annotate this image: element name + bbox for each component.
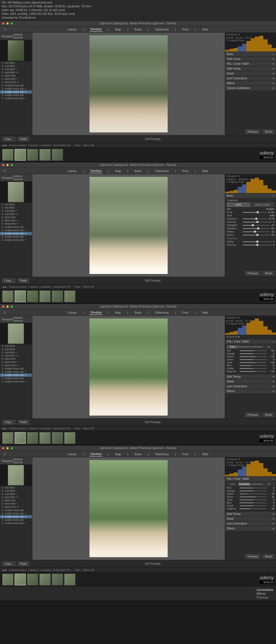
preset-item-2[interactable]: C- Kodak Portra 400 [0,235,32,238]
whites-thumb[interactable] [254,231,256,233]
tone-curve-header-1[interactable]: Tone Curve ▶ [225,57,276,61]
preset-item-2[interactable]: C- Kodak Portra 160 [0,225,32,229]
preset-item[interactable]: C- Kodak Portra 160 [0,84,32,87]
previous-btn-2[interactable]: Previous [245,271,260,276]
filmstrip-thumb-3[interactable] [2,432,13,444]
preset-item-3[interactable]: C- Fuji 800Z + [0,351,32,354]
filmstrip-thumb-4[interactable] [27,574,38,585]
tool-icon-3[interactable]: ⊕ ⊕ ⊕ ⊕ ⊕ [227,335,240,338]
hsl-tab-lum-4[interactable]: Luminance [250,482,263,486]
preset-item-3[interactable]: C- Fuji 800Z [0,344,32,348]
menu-book-2[interactable]: Book [134,169,143,173]
preset-item-2[interactable]: C- Kodak Portra 160 + [0,229,32,232]
shadows-thumb[interactable] [257,227,259,229]
clarity-thumb[interactable] [256,241,258,243]
yellow-slider-3[interactable] [240,356,267,357]
filmstrip-thumb[interactable] [27,149,38,161]
detail-header-1[interactable]: Detail ▶ [225,71,276,76]
preset-item[interactable]: C- Ilford HP5 ++ [0,81,32,84]
preset-item-4[interactable]: C- Kodak Portra 160 [0,509,32,512]
filmstrip-thumb-2[interactable] [39,290,51,302]
green-slider-3[interactable] [240,359,267,360]
preset-item-4[interactable]: C- Fuji 800Z [0,486,32,489]
close-dot-4[interactable] [2,447,4,449]
preset-item[interactable]: C- Fuji 800Z + [0,68,32,71]
paste-btn-2[interactable]: Paste [18,278,29,283]
filter-value-2[interactable]: Filters Off [83,286,94,288]
exposure-slider-2[interactable] [243,218,267,219]
preset-item[interactable]: C- Kodak Portra 160 + [0,87,32,90]
copy-btn-3[interactable]: Copy... [2,420,15,424]
prev-import-3[interactable]: Previous Import [9,427,26,430]
reset-btn-2[interactable]: Reset [263,271,274,276]
reset-btn-3[interactable]: Reset [263,413,274,417]
filmstrip-thumb[interactable] [52,149,63,161]
preset-item-2[interactable]: C- Fuji 800Z ++ [0,213,32,216]
close-dot-3[interactable] [2,306,4,308]
minimize-dot-4[interactable] [6,447,9,449]
preset-item[interactable]: C- Ilford HP5 + [0,77,32,81]
green-slider-4[interactable] [240,496,267,497]
copy-btn-2[interactable]: Copy... [2,278,15,283]
menu-library-2[interactable]: Library [67,169,78,173]
camera-cal-header-1[interactable]: Camera Calibration ▶ [225,86,276,90]
hsl-header-3[interactable]: HSL / Color / B&W ▲ [225,339,276,344]
filmstrip-thumb-4[interactable] [2,574,13,585]
hsl-tab-sat-4[interactable]: Saturation [239,482,250,486]
filmstrip-thumb-2[interactable] [15,290,26,302]
prev-import-1[interactable]: Previous Import [9,144,26,147]
filmstrip-thumb-4[interactable] [64,574,75,585]
preset-item-3[interactable]: C- Kodak Portra 160 + [0,370,32,374]
filmstrip-thumb[interactable] [2,149,13,161]
menu-map-2[interactable]: Map [114,169,122,173]
purple-slider-4[interactable] [240,505,267,506]
split-toning-header-3[interactable]: Split Toning ▶ [225,374,276,379]
menu-web-4[interactable]: Web [201,452,209,456]
filter-value-4[interactable]: Filters Off [83,569,94,571]
menu-slideshow-2[interactable]: Slideshow [154,169,170,173]
menu-web-2[interactable]: Web [201,169,209,173]
filmstrip-thumb-3[interactable] [27,432,38,444]
vibrance-thumb[interactable] [256,244,258,246]
filmstrip-thumb-2[interactable] [27,290,38,302]
preset-item-3[interactable]: C- Ilford HP5 + [0,361,32,364]
basic-header-2[interactable]: Basic ▲ [225,193,276,198]
preset-item-3[interactable]: C- Fuji 800Z. [0,348,32,351]
filmstrip-thumb-2[interactable] [52,290,63,302]
hsl-tab-all-4[interactable]: All [263,482,274,486]
lens-header-1[interactable]: Lens Corrections ▶ [225,76,276,81]
minimize-dot[interactable] [6,22,9,25]
paste-btn-4[interactable]: Paste [18,561,29,566]
preset-item-4[interactable]: C- Kodak Portra 400 [0,518,32,522]
vibrance-slider-2[interactable] [243,245,272,245]
lens-header-4[interactable]: Lens Corrections ▶ [225,521,276,526]
hsl-header-4[interactable]: HSL / Color / B&W ▲ [225,477,276,481]
filmstrip-thumb-2[interactable] [64,290,75,302]
highlights-slider-2[interactable] [243,225,270,226]
previous-btn-3[interactable]: Previous [245,413,260,417]
filmstrip-thumb-3[interactable] [52,432,63,444]
preset-item-3[interactable]: C- Ilford HP5 ++ [0,364,32,367]
basic-header-1[interactable]: Basic ▲ [225,52,276,56]
temp-thumb-2[interactable] [257,211,259,213]
menu-map-1[interactable]: Map [114,27,122,32]
blue-slider-3[interactable] [240,365,267,366]
preset-item-3[interactable]: C- Kodak Portra 160 [0,367,32,370]
menu-library-1[interactable]: Library [67,27,78,32]
red-slider-4[interactable] [240,488,267,488]
magenta-slider-4[interactable] [240,508,267,509]
nav-left-3[interactable]: ◀ [2,427,4,430]
preset-item[interactable]: C- Fuji 800Z. [0,64,32,68]
maximize-dot-3[interactable] [11,306,13,308]
aqua-slider-4[interactable] [240,499,267,500]
menu-library-4[interactable]: Library [67,452,78,456]
bw-btn-2[interactable]: Black & White [251,203,275,207]
preset-item-3[interactable]: C- Fuji 800Z ++ [0,354,32,357]
hsl-tab-hue-4[interactable]: Hue [227,482,239,486]
detail-header-3[interactable]: Detail ▶ [225,379,276,384]
menu-develop-4[interactable]: Develop [89,452,102,457]
blue-slider-4[interactable] [240,502,267,503]
preset-item[interactable]: C- Kodak Portra 400 [0,94,32,97]
magenta-slider-3[interactable] [240,371,267,372]
contrast-thumb[interactable] [256,221,258,223]
